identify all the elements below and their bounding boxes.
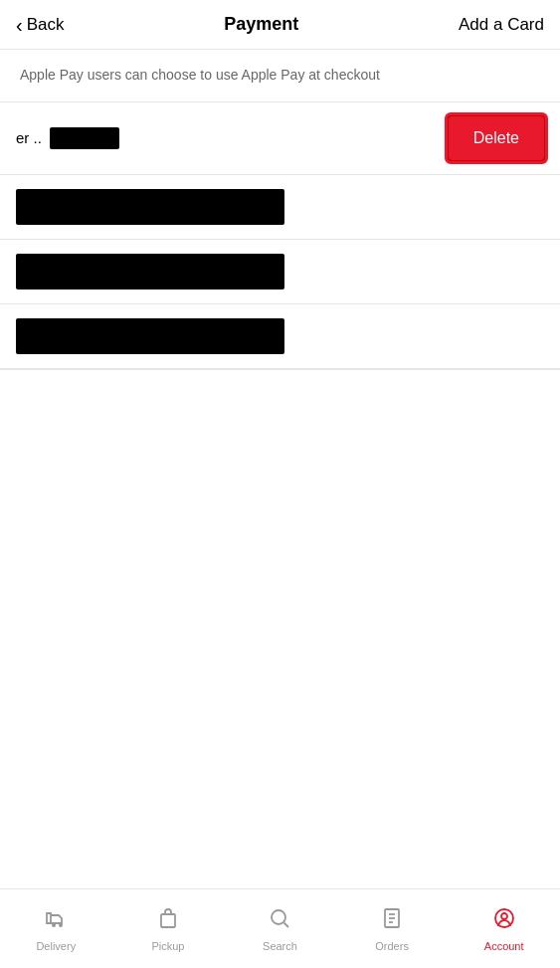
card-list (0, 175, 560, 370)
header: ‹ Back Payment Add a Card (0, 0, 560, 50)
nav-label-account: Account (484, 940, 524, 952)
search-icon (268, 906, 291, 936)
card-item[interactable] (0, 240, 560, 304)
card-item[interactable] (0, 175, 560, 240)
delivery-icon (44, 906, 68, 936)
nav-label-search: Search (263, 940, 297, 952)
payment-prefix: er .. (16, 129, 42, 146)
svg-point-0 (52, 923, 56, 927)
account-icon (492, 906, 516, 936)
nav-item-pickup[interactable]: Pickup (112, 906, 225, 952)
nav-item-orders[interactable]: Orders (336, 906, 449, 952)
svg-rect-2 (161, 914, 175, 927)
payment-row-left: er .. (16, 127, 119, 149)
bottom-nav: Delivery Pickup Search Ord (0, 888, 560, 968)
delete-button-wrapper: Delete (449, 116, 544, 160)
chevron-left-icon: ‹ (16, 15, 23, 35)
svg-line-4 (284, 922, 289, 927)
nav-item-account[interactable]: Account (448, 906, 560, 952)
back-label: Back (27, 15, 65, 35)
add-card-button[interactable]: Add a Card (459, 15, 544, 35)
back-button[interactable]: ‹ Back (16, 15, 64, 35)
redacted-card-number (50, 127, 119, 149)
nav-item-search[interactable]: Search (224, 906, 336, 952)
svg-point-1 (59, 923, 63, 927)
nav-label-delivery: Delivery (36, 940, 76, 952)
pickup-icon (156, 906, 180, 936)
nav-label-orders: Orders (375, 940, 409, 952)
nav-item-delivery[interactable]: Delivery (0, 906, 112, 952)
orders-icon (380, 906, 404, 936)
card-item[interactable] (0, 304, 560, 369)
info-banner: Apple Pay users can choose to use Apple … (0, 50, 560, 101)
nav-label-pickup: Pickup (151, 940, 184, 952)
redacted-block-2 (16, 254, 284, 290)
redacted-block-1 (16, 189, 284, 225)
svg-point-10 (501, 913, 507, 919)
page-title: Payment (224, 14, 298, 35)
redacted-block-3 (16, 318, 284, 354)
info-banner-text: Apple Pay users can choose to use Apple … (20, 67, 380, 83)
svg-point-3 (272, 910, 285, 924)
delete-button[interactable]: Delete (449, 116, 544, 160)
payment-row: er .. Delete (0, 101, 560, 175)
